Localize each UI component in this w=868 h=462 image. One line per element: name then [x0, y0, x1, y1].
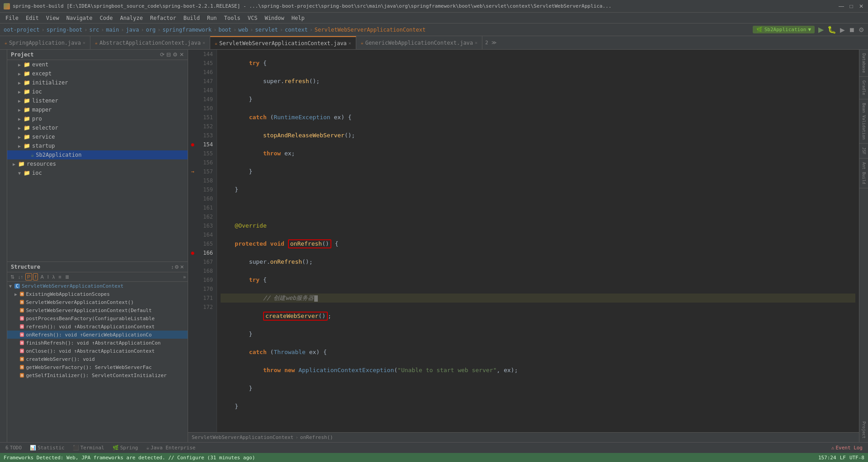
- structure-expand-all[interactable]: »: [183, 274, 186, 280]
- tab-overflow[interactable]: 2 ≫: [482, 36, 499, 49]
- struct-item-createwebserver[interactable]: m createWebServer(): void: [7, 355, 188, 363]
- breakpoint-166[interactable]: ●: [188, 248, 197, 257]
- structure-close-btn[interactable]: ✕: [180, 264, 184, 270]
- sidebar-collapse-btn[interactable]: ⊟: [166, 51, 171, 58]
- struct-item-class[interactable]: ▼ C ServletWebServerApplicationContext: [7, 282, 188, 290]
- menu-navigate[interactable]: Navigate: [63, 14, 96, 22]
- run-with-coverage-button[interactable]: ▶: [840, 26, 845, 33]
- menu-run[interactable]: Run: [203, 14, 221, 22]
- struct-item-getwebserverfactory[interactable]: m getWebServerFactory(): ServletWebServe…: [7, 363, 188, 371]
- minimize-button[interactable]: —: [838, 3, 844, 9]
- sidebar-close-btn[interactable]: ✕: [179, 51, 184, 58]
- line-numbers: 144 145 146 147 148 149 150 151 152 153 …: [197, 50, 217, 432]
- debug-button[interactable]: 🐛: [827, 25, 836, 34]
- code-lines[interactable]: try { super.refresh(); } catch (RuntimeE…: [217, 50, 859, 432]
- struct-item-refresh[interactable]: m refresh(): void ↑AbstractApplicationCo…: [7, 322, 188, 331]
- more-run-button[interactable]: ⚙: [859, 26, 864, 33]
- struct-item-existingscopes[interactable]: ▶ m ExistingWebApplicationScopes: [7, 290, 188, 298]
- menu-build[interactable]: Build: [180, 14, 203, 22]
- menu-refactor[interactable]: Refactor: [146, 14, 180, 22]
- menu-tools[interactable]: Tools: [221, 14, 244, 22]
- statistic-tab[interactable]: 📊 Statistic: [26, 444, 68, 452]
- menu-window[interactable]: Window: [261, 14, 288, 22]
- event-log-btn[interactable]: ⚠ Event Log: [828, 444, 866, 452]
- jsf-tool[interactable]: JSF: [859, 144, 868, 159]
- menu-edit[interactable]: Edit: [22, 14, 42, 22]
- todo-tab[interactable]: 6 TODO: [2, 444, 25, 452]
- tree-item-initializer[interactable]: ▶ 📁 initializer: [7, 78, 188, 87]
- sidebar-sync-btn[interactable]: ⟳: [160, 51, 165, 58]
- project-tool[interactable]: Project: [859, 418, 868, 442]
- tree-item-event[interactable]: ▶ 📁 event: [7, 60, 188, 69]
- filter-collapse-btn[interactable]: ≣: [64, 274, 71, 280]
- tree-item-ioc[interactable]: ▶ 📁 ioc: [7, 87, 188, 96]
- tree-item-startup[interactable]: ▶ 📁 startup: [7, 141, 188, 150]
- javaenterprise-tab[interactable]: ☕ Java Enterprise: [142, 444, 199, 452]
- structure-sort-btn[interactable]: ↕: [171, 264, 174, 270]
- tree-item-except[interactable]: ▶ 📁 except: [7, 69, 188, 78]
- struct-item-getselfinitializer[interactable]: m getSelfInitializer(): ServletContextIn…: [7, 371, 188, 379]
- folder-icon-ioc2: 📁: [24, 170, 30, 176]
- stop-button[interactable]: ⏹: [849, 26, 855, 33]
- filter-anon-btn[interactable]: A: [39, 274, 45, 280]
- method-icon-1: m: [20, 292, 24, 296]
- filter-public-btn[interactable]: P: [25, 273, 32, 280]
- struct-item-constructor1[interactable]: m ServletWebServerApplicationContext(): [7, 298, 188, 306]
- struct-item-finishrefresh[interactable]: m finishRefresh(): void ↑AbstractApplica…: [7, 339, 188, 347]
- sidebar-header: Project ⟳ ⊟ ⚙ ✕: [7, 50, 188, 60]
- tab-genericwebapplicationcontext[interactable]: ☕ GenericWebApplicationContext.java ✕: [356, 36, 482, 49]
- close-tab-2[interactable]: ✕: [203, 40, 205, 45]
- editor-scroll-area[interactable]: ● → ● 144: [188, 50, 859, 432]
- run-button[interactable]: ▶: [818, 25, 824, 34]
- filter-fields-btn[interactable]: f: [33, 273, 38, 280]
- tab-springapplication[interactable]: ☕ SpringApplication.java ✕: [0, 36, 90, 49]
- filter-inherited-btn[interactable]: I: [46, 274, 50, 280]
- gradle-tool[interactable]: Gradle: [859, 77, 868, 99]
- breadcrumb-springboot[interactable]: spring-boot: [47, 27, 82, 33]
- menu-help[interactable]: Help: [288, 14, 308, 22]
- menu-code[interactable]: Code: [96, 14, 117, 22]
- tree-item-sb2application[interactable]: ☕ Sb2Application: [7, 150, 188, 159]
- struct-item-postprocess[interactable]: m postProcessBeanFactory(ConfigurableLis…: [7, 314, 188, 322]
- terminal-tab[interactable]: ⬛ Terminal: [69, 444, 108, 452]
- tab-servletwebserverapplicationcontext[interactable]: ☕ ServletWebServerApplicationContext.jav…: [210, 36, 356, 49]
- close-tab-3[interactable]: ✕: [349, 41, 351, 46]
- menu-file[interactable]: File: [2, 14, 22, 22]
- run-config-selector[interactable]: 🌿 Sb2Application ▼: [753, 26, 815, 33]
- database-tool[interactable]: Database: [859, 50, 868, 77]
- folder-icon-event: 📁: [24, 61, 30, 68]
- tab-abstractapplicationcontext[interactable]: ☕ AbstractApplicationContext.java ✕: [90, 36, 210, 49]
- struct-item-onrefresh[interactable]: m onRefresh(): void ↑GenericWebApplicati…: [7, 331, 188, 339]
- tree-item-resources[interactable]: ▶ 📁 resources: [7, 159, 188, 168]
- close-button[interactable]: ✕: [858, 3, 864, 9]
- maximize-button[interactable]: □: [848, 3, 854, 9]
- breakpoint-154[interactable]: ●: [188, 140, 197, 149]
- breadcrumb-project[interactable]: oot-project: [4, 27, 39, 33]
- sidebar-settings-btn[interactable]: ⚙: [173, 51, 178, 58]
- ant-build-tool[interactable]: Ant Build: [859, 159, 868, 188]
- menu-vcs[interactable]: VCS: [244, 14, 261, 22]
- tree-item-mapper[interactable]: ▶ 📁 mapper: [7, 105, 188, 114]
- tree-item-ioc2[interactable]: ▼ 📁 ioc: [7, 168, 188, 177]
- menu-view[interactable]: View: [42, 14, 63, 22]
- close-tab-1[interactable]: ✕: [83, 40, 85, 45]
- tree-item-selector[interactable]: ▶ 📁 selector: [7, 123, 188, 132]
- sort-alpha-btn[interactable]: ⇅: [9, 274, 16, 280]
- sort-type-btn[interactable]: ↓↑: [17, 274, 24, 280]
- structure-settings-btn[interactable]: ⚙: [175, 264, 179, 270]
- filter-nonpublic-btn[interactable]: λ: [51, 274, 57, 280]
- close-tab-4[interactable]: ✕: [475, 40, 477, 45]
- code-line-144: try {: [221, 59, 855, 68]
- code-line-162: }: [221, 384, 855, 393]
- bean-validation-tool[interactable]: Bean Validation: [859, 99, 868, 144]
- filter-expand-btn[interactable]: ≡: [57, 274, 62, 280]
- menu-analyze[interactable]: Analyze: [116, 14, 146, 22]
- tree-item-service[interactable]: ▶ 📁 service: [7, 132, 188, 141]
- struct-item-onclose[interactable]: m onClose(): void ↑AbstractApplicationCo…: [7, 347, 188, 355]
- tree-item-listener[interactable]: ▶ 📁 listener: [7, 96, 188, 105]
- code-line-145: super.refresh();: [221, 77, 855, 86]
- line-ending: LF: [840, 455, 846, 461]
- tree-item-pro[interactable]: ▶ 📁 pro: [7, 114, 188, 123]
- struct-item-constructor2[interactable]: m ServletWebServerApplicationContext(Def…: [7, 306, 188, 314]
- spring-tab[interactable]: 🌿 Spring: [109, 444, 142, 452]
